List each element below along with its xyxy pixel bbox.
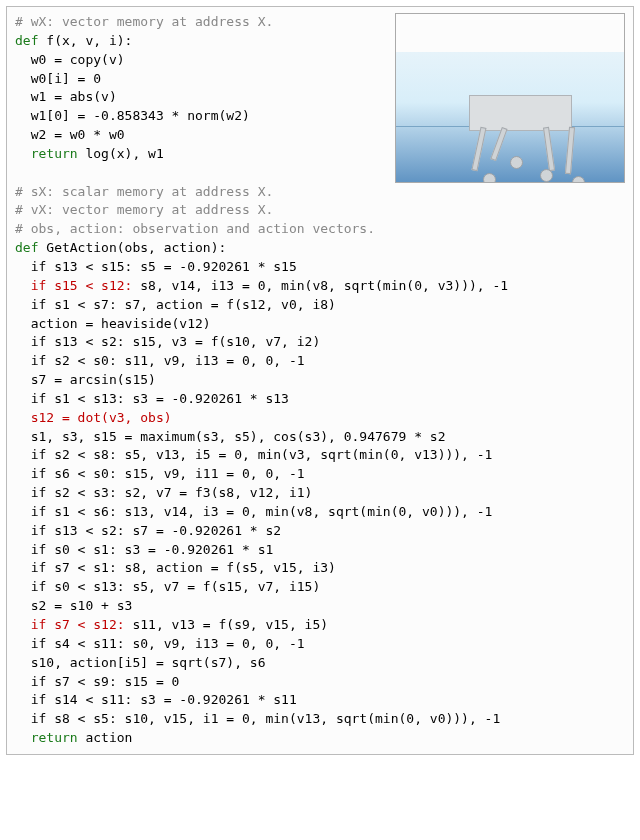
comment: # obs, action: observation and action ve… xyxy=(15,221,375,236)
keyword-return: return xyxy=(15,730,78,745)
code-line: s7 = arcsin(s15) xyxy=(15,372,156,387)
code-line: action xyxy=(78,730,133,745)
code-line: if s13 < s2: s15, v3 = f(s10, v7, i2) xyxy=(15,334,320,349)
code-line-highlighted: if s15 < s12: xyxy=(15,278,132,293)
code-line: if s6 < s0: s15, v9, i11 = 0, 0, -1 xyxy=(15,466,305,481)
code-line: w2 = w0 * w0 xyxy=(15,127,125,142)
comment: # vX: vector memory at address X. xyxy=(15,202,273,217)
code-line: log(x), w1 xyxy=(78,146,164,161)
code-line-highlighted: if s7 < s12: xyxy=(15,617,125,632)
code-line: if s2 < s0: s11, v9, i13 = 0, 0, -1 xyxy=(15,353,305,368)
code-line: w1[0] = -0.858343 * norm(w2) xyxy=(15,108,250,123)
code-line: if s0 < s1: s3 = -0.920261 * s1 xyxy=(15,542,273,557)
code-line: if s0 < s13: s5, v7 = f(s15, v7, i15) xyxy=(15,579,320,594)
comment: # sX: scalar memory at address X. xyxy=(15,184,273,199)
code-line: if s8 < s5: s10, v15, i1 = 0, min(v13, s… xyxy=(15,711,500,726)
keyword-return: return xyxy=(15,146,78,161)
code-line-highlighted: s12 = dot(v3, obs) xyxy=(15,410,172,425)
code-line: w1 = abs(v) xyxy=(15,89,117,104)
robot-thumbnail xyxy=(395,13,625,183)
func-sig: f(x, v, i): xyxy=(38,33,132,48)
code-line: if s7 < s1: s8, action = f(s5, v15, i3) xyxy=(15,560,336,575)
func-sig: GetAction(obs, action): xyxy=(38,240,226,255)
comment: # wX: vector memory at address X. xyxy=(15,14,273,29)
code-listing: # wX: vector memory at address X. def f(… xyxy=(6,6,634,755)
code-line: w0[i] = 0 xyxy=(15,71,101,86)
code-line: s2 = s10 + s3 xyxy=(15,598,132,613)
code-line: if s1 < s6: s13, v14, i3 = 0, min(v8, sq… xyxy=(15,504,492,519)
code-line: if s2 < s8: s5, v13, i5 = 0, min(v3, sqr… xyxy=(15,447,492,462)
code-line: w0 = copy(v) xyxy=(15,52,125,67)
code-line: if s7 < s9: s15 = 0 xyxy=(15,674,179,689)
code-line: if s14 < s11: s3 = -0.920261 * s11 xyxy=(15,692,297,707)
code-line: if s2 < s3: s2, v7 = f3(s8, v12, i1) xyxy=(15,485,312,500)
keyword-def: def xyxy=(15,33,38,48)
code-line: if s4 < s11: s0, v9, i13 = 0, 0, -1 xyxy=(15,636,305,651)
code-line: if s13 < s15: s5 = -0.920261 * s15 xyxy=(15,259,297,274)
code-line: action = heaviside(v12) xyxy=(15,316,211,331)
code-line: if s1 < s13: s3 = -0.920261 * s13 xyxy=(15,391,289,406)
keyword-def: def xyxy=(15,240,38,255)
code-line: s1, s3, s15 = maximum(s3, s5), cos(s3), … xyxy=(15,429,445,444)
code-line: if s13 < s2: s7 = -0.920261 * s2 xyxy=(15,523,281,538)
code-line: s11, v13 = f(s9, v15, i5) xyxy=(125,617,329,632)
code-line: if s1 < s7: s7, action = f(s12, v0, i8) xyxy=(15,297,336,312)
code-line: s10, action[i5] = sqrt(s7), s6 xyxy=(15,655,265,670)
code-line: s8, v14, i13 = 0, min(v8, sqrt(min(0, v3… xyxy=(132,278,508,293)
